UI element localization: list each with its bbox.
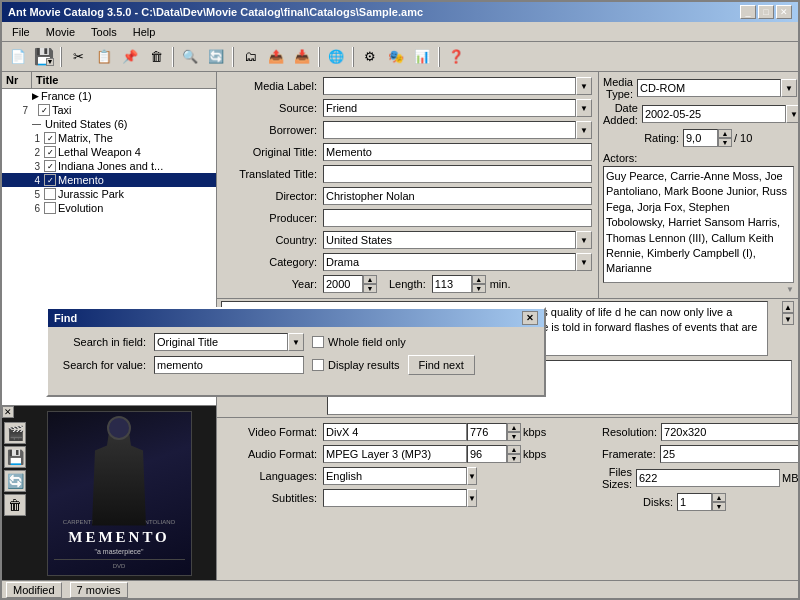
video-format-input[interactable] (323, 423, 467, 441)
movie-checkbox[interactable]: ✓ (44, 132, 56, 144)
settings-button[interactable]: ⚙ (358, 46, 382, 68)
list-item[interactable]: 5 Jurassic Park (2, 187, 216, 201)
translated-title-input[interactable] (323, 165, 592, 183)
length-input[interactable] (432, 275, 472, 293)
list-item[interactable]: 1 ✓ Matrix, The (2, 131, 216, 145)
export-button[interactable]: 📥 (290, 46, 314, 68)
borrower-dropdown[interactable]: ▼ (576, 121, 592, 139)
list-item[interactable]: 4 ✓ Memento (2, 173, 216, 187)
media-label-label: Media Label: (223, 80, 323, 92)
abitrate-down[interactable]: ▼ (507, 454, 521, 463)
category-input[interactable] (323, 253, 576, 271)
search-value-input[interactable] (154, 356, 304, 374)
menu-help[interactable]: Help (127, 24, 162, 40)
rating-spin-up[interactable]: ▲ (718, 129, 732, 138)
copy-button[interactable]: 📋 (92, 46, 116, 68)
movie-checkbox[interactable]: ✓ (44, 174, 56, 186)
actors-textarea[interactable]: Guy Pearce, Carrie-Anne Moss, Joe Pantol… (603, 166, 794, 283)
tree-group-us[interactable]: — United States (6) (2, 117, 216, 131)
menu-file[interactable]: File (6, 24, 36, 40)
search-field-select[interactable] (154, 333, 288, 351)
find-next-button[interactable]: Find next (408, 355, 475, 375)
paste-button[interactable]: 📌 (118, 46, 142, 68)
source-dropdown[interactable]: ▼ (576, 99, 592, 117)
producer-input[interactable] (323, 209, 592, 227)
help-button[interactable]: ❓ (444, 46, 468, 68)
date-added-input[interactable] (642, 105, 786, 123)
media-type-dropdown[interactable]: ▼ (781, 79, 797, 97)
save-button[interactable]: 💾 ▼ (32, 46, 56, 68)
audio-bitrate-input[interactable] (467, 445, 507, 463)
actor-button[interactable]: 🎭 (384, 46, 408, 68)
search-button[interactable]: 🔍 (178, 46, 202, 68)
movie-checkbox[interactable]: ✓ (38, 104, 50, 116)
country-input[interactable] (323, 231, 576, 249)
find-close-button[interactable]: ✕ (522, 311, 538, 325)
date-added-dropdown[interactable]: ▼ (786, 105, 798, 123)
list-item[interactable]: 7 ✓ Taxi (2, 103, 216, 117)
refresh-button[interactable]: 🔄 (204, 46, 228, 68)
display-results-checkbox[interactable] (312, 359, 324, 371)
video-bitrate-input[interactable] (467, 423, 507, 441)
original-title-input[interactable] (323, 143, 592, 161)
disks-down[interactable]: ▼ (712, 502, 726, 511)
source-input[interactable] (323, 99, 576, 117)
rating-spin-down[interactable]: ▼ (718, 138, 732, 147)
menu-movie[interactable]: Movie (40, 24, 81, 40)
close-panel-button[interactable]: ✕ (2, 406, 14, 418)
audio-format-input[interactable] (323, 445, 467, 463)
length-spin-down[interactable]: ▼ (472, 284, 486, 293)
poster-btn-1[interactable]: 🎬 (4, 422, 26, 444)
year-input[interactable] (323, 275, 363, 293)
filesizes-input[interactable] (636, 469, 780, 487)
director-input[interactable] (323, 187, 592, 205)
abitrate-up[interactable]: ▲ (507, 445, 521, 454)
movie-checkbox[interactable] (44, 188, 56, 200)
minimize-button[interactable]: _ (740, 5, 756, 19)
year-spin-down[interactable]: ▼ (363, 284, 377, 293)
poster-btn-2[interactable]: 💾 (4, 446, 26, 468)
year-spin-up[interactable]: ▲ (363, 275, 377, 284)
expand-icon: ▶ (32, 91, 39, 101)
media-label-input[interactable] (323, 77, 576, 95)
country-dropdown[interactable]: ▼ (576, 231, 592, 249)
close-button[interactable]: ✕ (776, 5, 792, 19)
languages-dropdown[interactable]: ▼ (467, 467, 477, 485)
movie-checkbox[interactable] (44, 202, 56, 214)
subtitles-dropdown[interactable]: ▼ (467, 489, 477, 507)
vbitrate-down[interactable]: ▼ (507, 432, 521, 441)
disks-input[interactable] (677, 493, 712, 511)
delete-button[interactable]: 🗑 (144, 46, 168, 68)
import-button[interactable]: 📤 (264, 46, 288, 68)
category-dropdown[interactable]: ▼ (576, 253, 592, 271)
media-label-dropdown[interactable]: ▼ (576, 77, 592, 95)
list-item[interactable]: 3 ✓ Indiana Jones and t... (2, 159, 216, 173)
mb-label: MB (782, 472, 798, 484)
disks-up[interactable]: ▲ (712, 493, 726, 502)
cut-button[interactable]: ✂ (66, 46, 90, 68)
poster-btn-4[interactable]: 🗑 (4, 494, 26, 516)
subtitles-input[interactable] (323, 489, 467, 507)
length-spin-up[interactable]: ▲ (472, 275, 486, 284)
stats-button[interactable]: 📊 (410, 46, 434, 68)
movie-checkbox[interactable]: ✓ (44, 160, 56, 172)
list-item[interactable]: 2 ✓ Lethal Weapon 4 (2, 145, 216, 159)
rating-input[interactable] (683, 129, 718, 147)
list-item[interactable]: 6 Evolution (2, 201, 216, 215)
borrower-input[interactable] (323, 121, 576, 139)
poster-btn-3[interactable]: 🔄 (4, 470, 26, 492)
vbitrate-up[interactable]: ▲ (507, 423, 521, 432)
languages-input[interactable] (323, 467, 467, 485)
new-button[interactable]: 📄 (6, 46, 30, 68)
framerate-input[interactable] (660, 445, 798, 463)
web-button[interactable]: 🌐 (324, 46, 348, 68)
menu-tools[interactable]: Tools (85, 24, 123, 40)
movie-checkbox[interactable]: ✓ (44, 146, 56, 158)
search-field-dropdown[interactable]: ▼ (288, 333, 304, 351)
whole-field-checkbox[interactable] (312, 336, 324, 348)
resolution-input[interactable] (661, 423, 798, 441)
folder-button[interactable]: 🗂 (238, 46, 262, 68)
tree-group-france[interactable]: ▶ France (1) (2, 89, 216, 103)
media-type-input[interactable] (637, 79, 781, 97)
maximize-button[interactable]: □ (758, 5, 774, 19)
